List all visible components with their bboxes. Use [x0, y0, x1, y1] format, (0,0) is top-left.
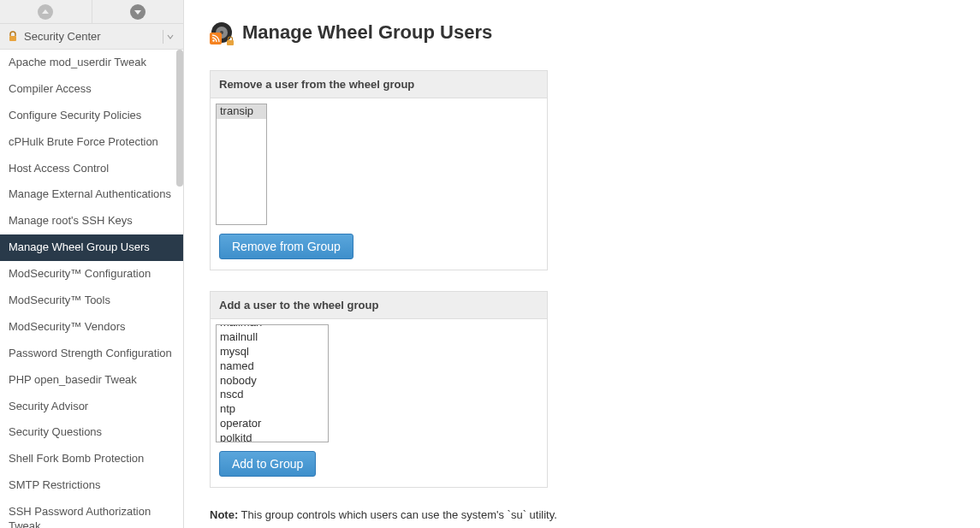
add-to-group-button[interactable]: Add to Group	[219, 451, 316, 477]
main-content: Manage Wheel Group Users Remove a user f…	[184, 0, 980, 528]
sidebar-item[interactable]: Compiler Access	[0, 76, 183, 103]
sidebar-item[interactable]: Apache mod_userdir Tweak	[0, 50, 183, 76]
wheel-icon	[210, 21, 234, 44]
sidebar-item[interactable]: Manage External Authentications	[0, 181, 183, 208]
sidebar: Security Center Apache mod_userdir Tweak…	[0, 0, 184, 528]
rss-badge-icon	[210, 33, 222, 44]
arrow-up-icon	[38, 4, 53, 20]
sidebar-item[interactable]: cPHulk Brute Force Protection	[0, 129, 183, 156]
list-item[interactable]: named	[217, 359, 328, 374]
list-item[interactable]: ntp	[217, 402, 328, 417]
sidebar-nav-arrows	[0, 0, 183, 24]
sidebar-item[interactable]: ModSecurity™ Vendors	[0, 314, 183, 341]
remove-panel-title: Remove a user from the wheel group	[211, 71, 547, 98]
sidebar-item[interactable]: PHP open_basedir Tweak	[0, 367, 183, 394]
list-item[interactable]: mysql	[217, 345, 328, 359]
list-item[interactable]: mailnull	[217, 330, 328, 345]
note-text: Note: This group controls which users ca…	[210, 508, 954, 521]
sidebar-item[interactable]: Host Access Control	[0, 156, 183, 182]
svg-point-4	[212, 39, 214, 41]
sidebar-section-header[interactable]: Security Center	[0, 24, 183, 50]
list-item[interactable]: polkitd	[217, 431, 328, 442]
note-body: This group controls which users can use …	[238, 508, 557, 521]
list-item[interactable]: nscd	[217, 388, 328, 402]
sidebar-scrollbar[interactable]	[176, 50, 183, 187]
sidebar-item[interactable]: Shell Fork Bomb Protection	[0, 446, 183, 472]
sidebar-item[interactable]: Configure Security Policies	[0, 103, 183, 129]
sidebar-item[interactable]: Manage Wheel Group Users	[0, 234, 183, 261]
add-panel-title: Add a user to the wheel group	[211, 292, 547, 319]
remove-user-listbox[interactable]: transip	[216, 104, 267, 225]
chevron-down-icon	[163, 30, 176, 44]
add-user-listbox[interactable]: mailmanmailnullmysqlnamednobodynscdntpop…	[216, 324, 329, 442]
sidebar-item[interactable]: ModSecurity™ Tools	[0, 288, 183, 314]
page-title: Manage Wheel Group Users	[242, 21, 492, 44]
remove-from-group-button[interactable]: Remove from Group	[219, 234, 353, 259]
arrow-down-icon	[130, 4, 146, 20]
list-item[interactable]: nobody	[217, 374, 328, 389]
note-label: Note:	[210, 508, 238, 521]
list-item[interactable]: mailman	[217, 324, 328, 330]
remove-user-panel: Remove a user from the wheel group trans…	[210, 70, 548, 270]
sidebar-down-button[interactable]	[92, 0, 184, 23]
lock-badge-icon	[225, 36, 235, 46]
sidebar-item[interactable]: Security Questions	[0, 419, 183, 446]
list-item[interactable]: operator	[217, 417, 328, 431]
sidebar-item[interactable]: Manage root's SSH Keys	[0, 208, 183, 234]
sidebar-item[interactable]: ModSecurity™ Configuration	[0, 261, 183, 288]
sidebar-item[interactable]: SSH Password Authorization Tweak	[0, 499, 183, 528]
sidebar-nav-list[interactable]: Apache mod_userdir TweakCompiler AccessC…	[0, 50, 183, 528]
page-header: Manage Wheel Group Users	[210, 21, 954, 44]
sidebar-item[interactable]: Password Strength Configuration	[0, 341, 183, 367]
add-user-panel: Add a user to the wheel group mailmanmai…	[210, 291, 548, 488]
list-item[interactable]: transip	[217, 104, 266, 119]
sidebar-up-button[interactable]	[0, 0, 92, 23]
svg-rect-0	[9, 36, 16, 41]
sidebar-item[interactable]: Security Advisor	[0, 394, 183, 420]
lock-icon	[7, 31, 19, 43]
sidebar-section-title: Security Center	[24, 30, 163, 43]
sidebar-item[interactable]: SMTP Restrictions	[0, 472, 183, 499]
svg-rect-5	[227, 40, 234, 45]
